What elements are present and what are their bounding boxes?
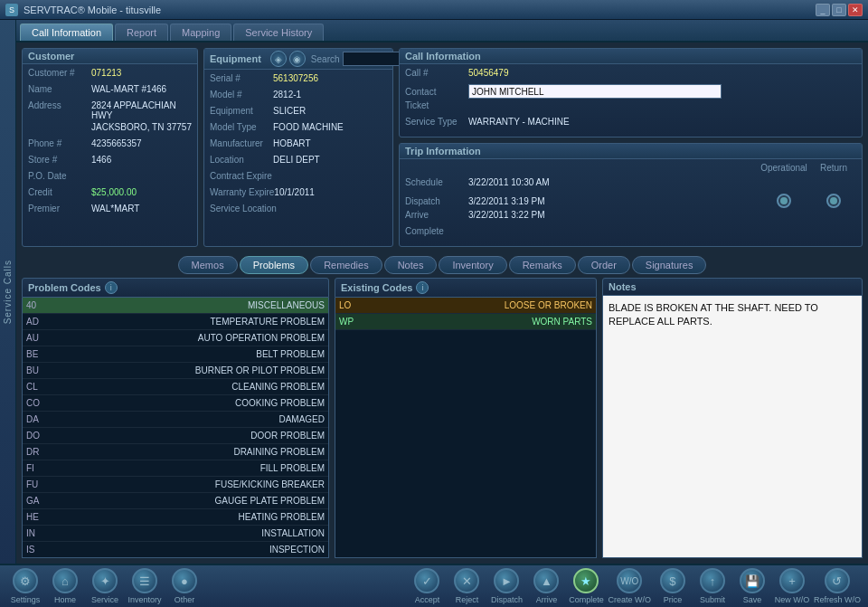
sub-tab-problems[interactable]: Problems	[240, 256, 308, 274]
call-info-content: Call # 50456479 Contact Ticket Servi	[400, 64, 862, 137]
customer-credit-row: Credit $25,000.00	[28, 187, 192, 202]
model-type: FOOD MACHINE	[273, 122, 387, 132]
dispatch-toolbar-item[interactable]: ► Dispatch	[488, 568, 524, 604]
equipment-icon-2[interactable]: ◉	[289, 51, 306, 67]
code-row-he[interactable]: HE HEATING PROBLEM	[23, 509, 328, 526]
service-icon[interactable]: ✦	[92, 568, 118, 593]
equipment-icon-1[interactable]: ◈	[270, 51, 287, 67]
customer-number-value: 071213	[91, 68, 192, 78]
reject-icon[interactable]: ✕	[454, 568, 479, 593]
contact-input[interactable]	[468, 84, 722, 99]
info-row: Customer Customer # 071213 Name WAL-MART…	[16, 43, 868, 252]
code-row-cl[interactable]: CL CLEANING PROBLEM	[23, 379, 328, 395]
existing-code-lo[interactable]: LO LOOSE OR BROKEN	[335, 298, 596, 314]
accept-toolbar-item[interactable]: ✓ Accept	[409, 568, 445, 604]
sub-tab-inventory[interactable]: Inventory	[439, 256, 506, 274]
titlebar-controls: _ □ ✕	[816, 4, 863, 16]
tab-call-information[interactable]: Call Information	[20, 24, 113, 41]
code-row-be[interactable]: BE BELT PROBLEM	[23, 346, 328, 363]
new-wo-toolbar-item[interactable]: + New W/O	[774, 568, 810, 604]
other-label: Other	[175, 595, 195, 604]
arrive-icon[interactable]: ▲	[533, 568, 559, 593]
other-icon[interactable]: ●	[172, 568, 197, 593]
code-row-ga[interactable]: GA GAUGE PLATE PROBLEM	[23, 493, 328, 509]
code-row-bu[interactable]: BU BURNER OR PILOT PROBLEM	[23, 363, 328, 379]
code-row-do[interactable]: DO DOOR PROBLEM	[23, 428, 328, 444]
sub-tab-memos[interactable]: Memos	[178, 256, 238, 274]
return-radio[interactable]	[826, 194, 841, 208]
submit-toolbar-item[interactable]: ↑ Submit	[694, 568, 731, 604]
sub-tab-notes[interactable]: Notes	[384, 256, 438, 274]
code-row-40[interactable]: 40 MISCELLANEOUS	[23, 298, 328, 314]
refresh-wo-icon[interactable]: ↺	[825, 568, 850, 593]
customer-phone-value: 4235665357	[91, 138, 192, 148]
sub-tabs: Memos Problems Remedies Notes Inventory …	[16, 252, 868, 278]
accept-label: Accept	[415, 595, 440, 604]
settings-label: Settings	[11, 595, 41, 604]
create-wo-icon[interactable]: W/O	[617, 568, 642, 593]
existing-codes-info-icon[interactable]: i	[416, 281, 429, 294]
sub-tab-signatures[interactable]: Signatures	[632, 256, 707, 274]
inventory-icon[interactable]: ☰	[132, 568, 157, 593]
operational-radio[interactable]	[777, 194, 791, 208]
complete-toolbar-item[interactable]: ★ Complete	[568, 568, 604, 604]
refresh-wo-toolbar-item[interactable]: ↺ Refresh W/O	[814, 568, 861, 604]
inventory-toolbar-item[interactable]: ☰ Inventory	[127, 568, 163, 604]
submit-icon[interactable]: ↑	[700, 568, 725, 593]
trip-info-content: Operational Return Schedule 3/22/2011 10…	[400, 159, 862, 246]
code-row-dr[interactable]: DR DRAINING PROBLEM	[23, 444, 328, 460]
tab-mapping[interactable]: Mapping	[170, 24, 231, 41]
tab-report[interactable]: Report	[115, 24, 168, 41]
equipment-panel: Equipment ◈ ◉ Search 🔍 Serial #561307256…	[203, 48, 393, 247]
save-toolbar-item[interactable]: 💾 Save	[734, 568, 770, 604]
customer-panel-title: Customer	[23, 49, 197, 64]
problem-codes-info-icon[interactable]: i	[105, 281, 118, 294]
code-row-fu[interactable]: FU FUSE/KICKING BREAKER	[23, 477, 328, 493]
settings-toolbar-item[interactable]: ⚙ Settings	[7, 568, 43, 604]
customer-store-row: Store # 1466	[28, 155, 192, 169]
code-row-is[interactable]: IS INSPECTION	[23, 542, 328, 558]
customer-name-value: WAL-MART #1466	[91, 84, 192, 94]
arrive-toolbar-item[interactable]: ▲ Arrive	[528, 568, 564, 604]
problem-codes-header: Problem Codes i	[22, 278, 329, 298]
code-row-co[interactable]: CO COOKING PROBLEM	[23, 395, 328, 412]
minimize-button[interactable]: _	[816, 4, 830, 16]
code-row-in[interactable]: IN INSTALLATION	[23, 526, 328, 542]
customer-store-value: 1466	[91, 155, 192, 165]
problem-codes-title: Problem Codes	[28, 282, 101, 293]
maximize-button[interactable]: □	[832, 4, 846, 16]
accept-icon[interactable]: ✓	[414, 568, 439, 593]
price-icon[interactable]: $	[660, 568, 685, 593]
titlebar: S SERVTRAC® Mobile - titusville _ □ ✕	[0, 0, 868, 20]
new-wo-icon[interactable]: +	[779, 568, 805, 593]
home-toolbar-item[interactable]: ⌂ Home	[47, 568, 83, 604]
reject-toolbar-item[interactable]: ✕ Reject	[448, 568, 485, 604]
code-row-fi[interactable]: FI FILL PROBLEM	[23, 460, 328, 477]
existing-code-wp[interactable]: WP WORN PARTS	[335, 314, 596, 330]
other-toolbar-item[interactable]: ● Other	[166, 568, 203, 604]
sub-tab-remedies[interactable]: Remedies	[310, 256, 382, 274]
complete-icon[interactable]: ★	[573, 568, 599, 593]
price-toolbar-item[interactable]: $ Price	[655, 568, 691, 604]
code-row-ad[interactable]: AD TEMPERATURE PROBLEM	[23, 314, 328, 330]
service-toolbar-item[interactable]: ✦ Service	[87, 568, 123, 604]
service-calls-side-tab[interactable]: Service Calls	[0, 20, 16, 564]
settings-icon[interactable]: ⚙	[13, 568, 38, 593]
create-wo-toolbar-item[interactable]: W/O Create W/O	[608, 568, 651, 604]
sub-tab-order[interactable]: Order	[578, 256, 630, 274]
operational-label: Operational	[757, 163, 811, 173]
close-button[interactable]: ✕	[848, 4, 863, 16]
code-row-au[interactable]: AU AUTO OPERATION PROBLEM	[23, 330, 328, 346]
complete-label: Complete	[569, 595, 604, 604]
sub-tab-remarks[interactable]: Remarks	[509, 256, 576, 274]
new-wo-label: New W/O	[775, 595, 810, 604]
notes-header: Notes	[602, 278, 863, 296]
equipment-title: Equipment	[210, 53, 261, 64]
code-row-da[interactable]: DA DAMAGED	[23, 412, 328, 428]
tab-service-history[interactable]: Service History	[233, 24, 324, 41]
existing-codes-list: LO LOOSE OR BROKEN WP WORN PARTS	[335, 298, 597, 558]
home-icon[interactable]: ⌂	[52, 568, 78, 593]
main-container: Service Calls Call Information Report Ma…	[0, 20, 868, 564]
save-icon[interactable]: 💾	[740, 568, 765, 593]
dispatch-icon[interactable]: ►	[494, 568, 519, 593]
